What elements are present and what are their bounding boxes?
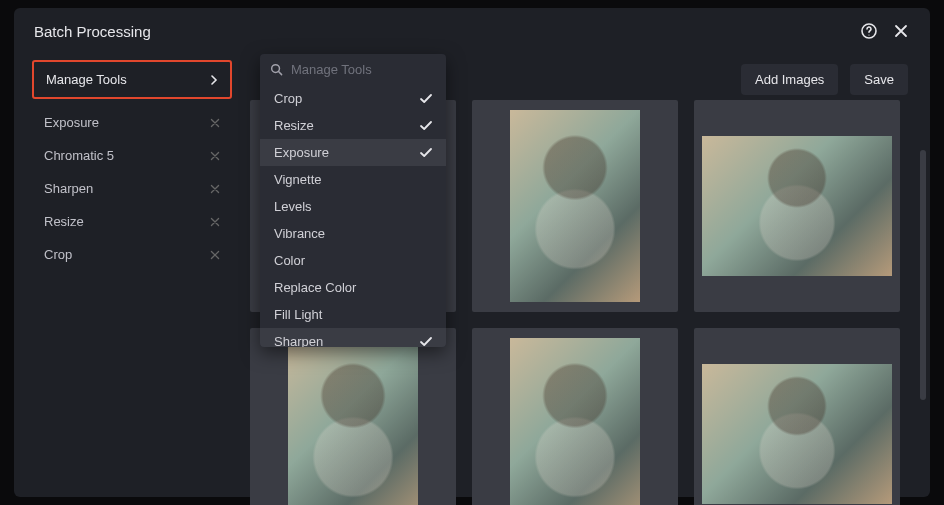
- sidebar-tool-label: Resize: [44, 214, 84, 229]
- manage-tools-button[interactable]: Manage Tools: [32, 60, 232, 99]
- remove-tool-icon[interactable]: [210, 151, 220, 161]
- sidebar-tool-item[interactable]: Resize: [32, 206, 232, 237]
- image-thumbnail[interactable]: [694, 100, 900, 312]
- sidebar-tool-item[interactable]: Exposure: [32, 107, 232, 138]
- sidebar-tool-label: Crop: [44, 247, 72, 262]
- close-icon[interactable]: [892, 22, 910, 40]
- batch-processing-modal: Batch Processing Add Images Save Manage …: [14, 8, 930, 497]
- dropdown-search-row: [260, 54, 446, 85]
- svg-point-1: [868, 34, 869, 35]
- dropdown-item-label: Exposure: [274, 145, 329, 160]
- sidebar-tool-item[interactable]: Sharpen: [32, 173, 232, 204]
- dropdown-item-label: Resize: [274, 118, 314, 133]
- modal-header: Batch Processing: [14, 8, 930, 54]
- image-thumbnail[interactable]: [472, 100, 678, 312]
- dropdown-item-label: Replace Color: [274, 280, 356, 295]
- sidebar-tool-label: Sharpen: [44, 181, 93, 196]
- modal-title: Batch Processing: [34, 23, 151, 40]
- image-placeholder: [510, 110, 640, 302]
- dropdown-item[interactable]: Exposure: [260, 139, 446, 166]
- grid-scrollbar[interactable]: [920, 150, 926, 400]
- image-placeholder: [510, 338, 640, 505]
- dropdown-item-label: Sharpen: [274, 334, 323, 347]
- remove-tool-icon[interactable]: [210, 250, 220, 260]
- dropdown-item[interactable]: Vibrance: [260, 220, 446, 247]
- sidebar-tool-item[interactable]: Crop: [32, 239, 232, 270]
- dropdown-item[interactable]: Color: [260, 247, 446, 274]
- image-thumbnail[interactable]: [472, 328, 678, 505]
- sidebar-tool-label: Chromatic 5: [44, 148, 114, 163]
- dropdown-item[interactable]: Levels: [260, 193, 446, 220]
- image-thumbnail[interactable]: [250, 328, 456, 505]
- check-icon: [420, 94, 432, 104]
- search-icon: [270, 63, 283, 76]
- check-icon: [420, 337, 432, 347]
- chevron-right-icon: [210, 75, 218, 85]
- manage-tools-label: Manage Tools: [46, 72, 127, 87]
- dropdown-item-label: Fill Light: [274, 307, 322, 322]
- remove-tool-icon[interactable]: [210, 184, 220, 194]
- dropdown-item-label: Vibrance: [274, 226, 325, 241]
- image-placeholder: [702, 136, 892, 276]
- dropdown-item[interactable]: Crop: [260, 85, 446, 112]
- check-icon: [420, 121, 432, 131]
- remove-tool-icon[interactable]: [210, 217, 220, 227]
- dropdown-item-label: Levels: [274, 199, 312, 214]
- tools-sidebar: Manage Tools ExposureChromatic 5SharpenR…: [32, 60, 232, 505]
- dropdown-search-input[interactable]: [291, 62, 446, 77]
- help-icon[interactable]: [860, 22, 878, 40]
- dropdown-item-label: Color: [274, 253, 305, 268]
- dropdown-item[interactable]: Resize: [260, 112, 446, 139]
- dropdown-item[interactable]: Fill Light: [260, 301, 446, 328]
- dropdown-item[interactable]: Sharpen: [260, 328, 446, 347]
- dropdown-item[interactable]: Vignette: [260, 166, 446, 193]
- image-thumbnail[interactable]: [694, 328, 900, 505]
- manage-tools-dropdown: CropResizeExposureVignetteLevelsVibrance…: [260, 54, 446, 347]
- image-placeholder: [288, 338, 418, 505]
- dropdown-item-label: Vignette: [274, 172, 321, 187]
- sidebar-tool-item[interactable]: Chromatic 5: [32, 140, 232, 171]
- dropdown-item-label: Crop: [274, 91, 302, 106]
- remove-tool-icon[interactable]: [210, 118, 220, 128]
- dropdown-item[interactable]: Replace Color: [260, 274, 446, 301]
- sidebar-tool-label: Exposure: [44, 115, 99, 130]
- check-icon: [420, 148, 432, 158]
- image-placeholder: [702, 364, 892, 504]
